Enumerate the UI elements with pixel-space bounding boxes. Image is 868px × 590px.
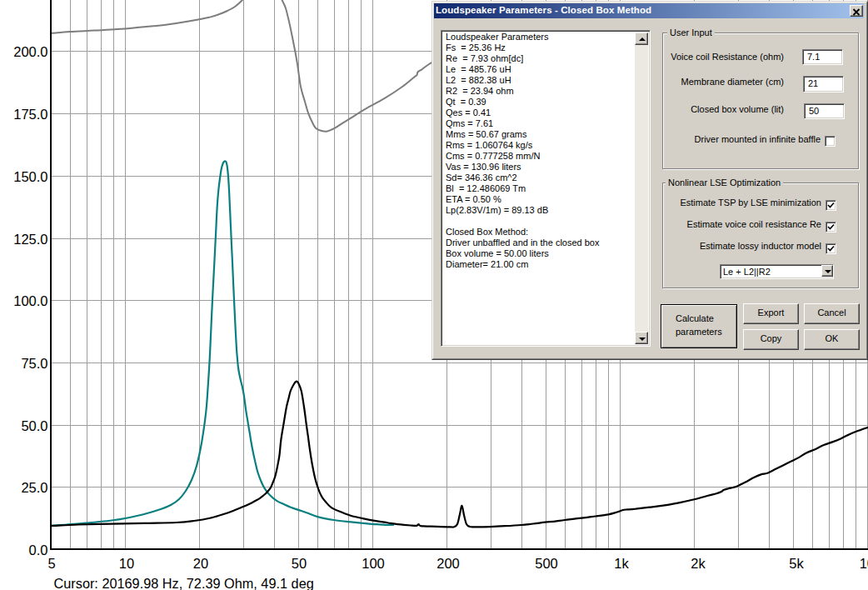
svg-text:50: 50 bbox=[292, 556, 307, 571]
svg-text:2k: 2k bbox=[691, 556, 706, 571]
svg-text:50.0: 50.0 bbox=[21, 418, 47, 433]
svg-text:25.0: 25.0 bbox=[21, 480, 47, 495]
svg-text:200: 200 bbox=[436, 556, 460, 571]
svg-text:125.0: 125.0 bbox=[13, 232, 47, 247]
svg-text:100.0: 100.0 bbox=[13, 293, 47, 308]
svg-text:1k: 1k bbox=[614, 556, 629, 571]
svg-text:5: 5 bbox=[47, 556, 55, 571]
svg-text:175.0: 175.0 bbox=[13, 107, 47, 122]
svg-text:200.0: 200.0 bbox=[13, 44, 47, 59]
svg-text:5k: 5k bbox=[789, 556, 804, 571]
svg-text:10: 10 bbox=[119, 556, 134, 571]
svg-text:10k: 10k bbox=[860, 556, 868, 571]
svg-text:150.0: 150.0 bbox=[13, 169, 47, 184]
svg-text:75.0: 75.0 bbox=[21, 356, 47, 371]
svg-text:500: 500 bbox=[535, 556, 558, 571]
svg-text:Cursor: 20169.98 Hz, 72.39 Ohm: Cursor: 20169.98 Hz, 72.39 Ohm, 49.1 deg bbox=[54, 576, 314, 590]
svg-text:20: 20 bbox=[193, 556, 208, 571]
svg-text:0.0: 0.0 bbox=[29, 542, 48, 558]
svg-text:100: 100 bbox=[362, 556, 385, 571]
